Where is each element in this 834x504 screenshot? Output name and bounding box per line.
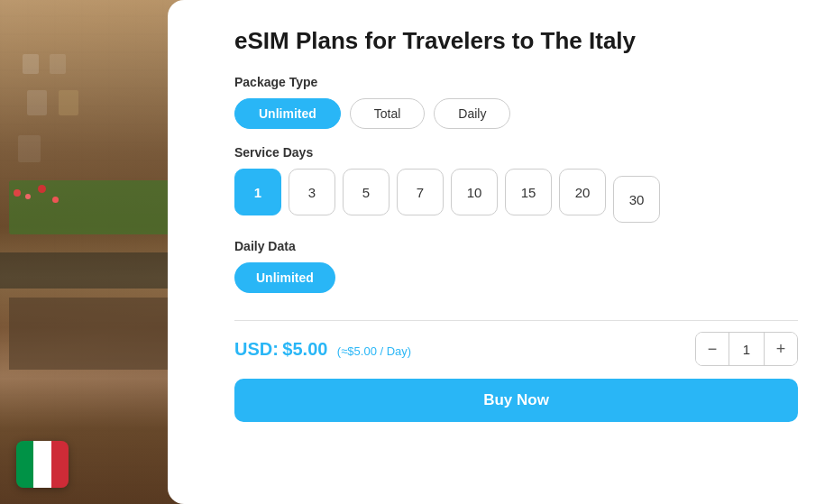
day-btn-15[interactable]: 15 <box>505 169 552 215</box>
buy-now-button[interactable]: Buy Now <box>234 379 798 422</box>
service-days-section: Service Days 1 3 5 7 10 15 20 30 <box>234 145 798 223</box>
divider <box>234 320 798 321</box>
service-days-label: Service Days <box>234 145 798 160</box>
daily-data-section: Daily Data Unlimited <box>234 239 798 293</box>
price-row: USD: $5.00 (≈$5.00 / Day) − 1 + <box>234 332 798 366</box>
day-btn-5[interactable]: 5 <box>343 169 390 215</box>
price-display: USD: $5.00 (≈$5.00 / Day) <box>234 339 411 360</box>
package-btn-unlimited[interactable]: Unlimited <box>234 98 341 129</box>
day-btn-3[interactable]: 3 <box>289 169 335 215</box>
service-days-group: 1 3 5 7 10 15 20 30 <box>234 169 798 223</box>
price-per-day: (≈$5.00 / Day) <box>337 344 411 358</box>
quantity-controls: − 1 + <box>695 332 798 366</box>
destination-image <box>0 0 189 504</box>
day-btn-10[interactable]: 10 <box>451 169 498 215</box>
day-btn-20[interactable]: 20 <box>559 169 606 215</box>
quantity-increase-button[interactable]: + <box>765 333 797 365</box>
package-type-section: Package Type Unlimited Total Daily <box>234 75 798 129</box>
content-panel: eSIM Plans for Travelers to The Italy Pa… <box>189 0 834 504</box>
day-btn-30[interactable]: 30 <box>613 176 660 223</box>
quantity-decrease-button[interactable]: − <box>696 333 729 365</box>
package-btn-daily[interactable]: Daily <box>434 98 510 129</box>
flag-green <box>16 441 33 488</box>
day-btn-7[interactable]: 7 <box>397 169 444 215</box>
price-currency: USD: <box>234 339 279 359</box>
country-flag <box>16 441 69 488</box>
daily-data-btn[interactable]: Unlimited <box>234 262 335 293</box>
price-amount: $5.00 <box>282 339 327 359</box>
package-type-group: Unlimited Total Daily <box>234 98 798 129</box>
flag-red <box>51 441 69 488</box>
quantity-value: 1 <box>729 333 765 365</box>
page-title: eSIM Plans for Travelers to The Italy <box>234 27 798 55</box>
flag-white <box>33 441 50 488</box>
daily-data-label: Daily Data <box>234 239 798 253</box>
package-btn-total[interactable]: Total <box>350 98 426 129</box>
package-type-label: Package Type <box>234 75 798 89</box>
day-btn-1[interactable]: 1 <box>234 169 281 215</box>
